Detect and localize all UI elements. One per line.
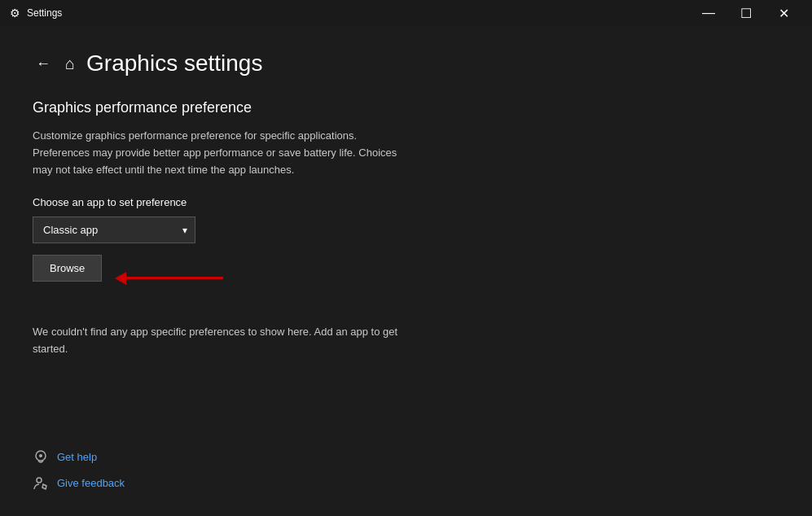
- window-controls: — ☐ ✕: [690, 0, 802, 26]
- get-help-item: Get help: [33, 449, 779, 466]
- choose-label: Choose an app to set preference: [33, 196, 779, 208]
- no-apps-message: We couldn't find any app specific prefer…: [33, 324, 399, 358]
- arrow-line: [125, 277, 223, 279]
- footer-links: Get help Give feedback: [33, 433, 779, 492]
- section-title: Graphics performance preference: [33, 99, 779, 116]
- svg-point-1: [39, 454, 42, 457]
- page-header: ← ⌂ Graphics settings: [33, 50, 779, 77]
- svg-point-2: [37, 478, 42, 483]
- get-help-link[interactable]: Get help: [57, 451, 97, 463]
- get-help-icon: [33, 449, 49, 466]
- give-feedback-icon: [33, 475, 49, 492]
- browse-button[interactable]: Browse: [33, 255, 102, 282]
- give-feedback-link[interactable]: Give feedback: [57, 477, 125, 489]
- home-icon: ⌂: [65, 55, 75, 73]
- settings-icon: ⚙: [10, 7, 20, 20]
- back-button[interactable]: ←: [33, 52, 54, 76]
- minimize-button[interactable]: —: [690, 0, 727, 26]
- section-description: Customize graphics performance preferenc…: [33, 128, 415, 178]
- give-feedback-item: Give feedback: [33, 475, 779, 492]
- arrow-annotation: [115, 272, 223, 285]
- browse-row: Browse: [33, 255, 779, 301]
- main-content: ← ⌂ Graphics settings Graphics performan…: [0, 26, 812, 516]
- arrow-head-icon: [115, 272, 126, 285]
- close-button[interactable]: ✕: [765, 0, 802, 26]
- app-type-dropdown[interactable]: Classic app Microsoft Store app: [33, 216, 195, 243]
- maximize-button[interactable]: ☐: [727, 0, 765, 26]
- title-bar: ⚙ Settings — ☐ ✕: [0, 0, 812, 26]
- app-type-dropdown-container: Classic app Microsoft Store app ▾: [33, 216, 195, 243]
- title-bar-title: Settings: [27, 7, 690, 19]
- page-title: Graphics settings: [86, 50, 262, 77]
